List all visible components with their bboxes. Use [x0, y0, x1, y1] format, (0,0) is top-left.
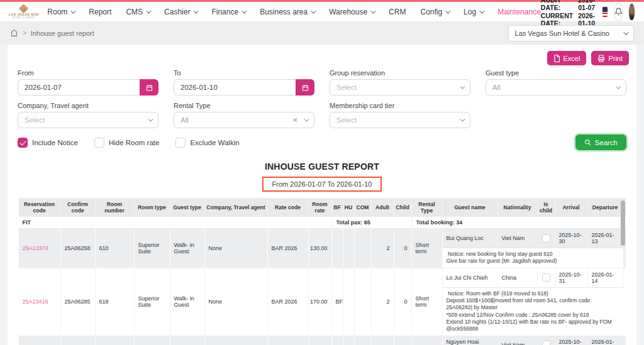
hotel-selector-value: Las Vegas Sun Hotel & Casino — [515, 30, 609, 37]
group-label: FIT — [19, 217, 332, 228]
checkbox-icon — [94, 138, 104, 148]
excel-file-icon — [553, 55, 560, 62]
chevron-down-icon — [460, 116, 465, 121]
chevron-down-icon — [304, 116, 309, 121]
search-button[interactable]: Search — [575, 134, 626, 150]
chevron-down-icon — [460, 84, 465, 89]
header-company-travel-agent: Company, Travel agent — [205, 198, 268, 217]
options-row: Include Notice Hide Room rate Exclude Wa… — [8, 128, 636, 150]
guest-type-select[interactable]: All — [486, 79, 626, 96]
reservation-code-link[interactable]: 25A13374 — [19, 229, 61, 268]
from-date-field: From — [18, 69, 158, 96]
menu-item-report[interactable]: Report — [89, 8, 111, 16]
chevron-down-icon — [616, 84, 621, 89]
menu-item-cms[interactable]: CMS — [126, 8, 150, 16]
rental-type-select[interactable]: All ✕ — [174, 112, 314, 128]
header-is-child: Is child — [538, 198, 555, 217]
rental-type-field: Rental Type All ✕ — [174, 102, 314, 128]
header-arrival: Arrival — [555, 198, 588, 217]
menu-item-finance[interactable]: Finance — [211, 8, 245, 16]
to-calendar-button[interactable] — [296, 79, 314, 96]
guest-notice: Notice: Room with BF (619 moved to 618) … — [443, 288, 623, 336]
report-card: Excel Print From To — [8, 45, 636, 345]
system-dates: AUDIT DATE: 2026-01-07 CURRENT DATE: 202… — [541, 0, 595, 27]
header-child: Child — [394, 198, 412, 217]
header-reservation-code: Reservation code — [19, 198, 61, 217]
reservation-code-link[interactable]: 25A13452 — [19, 336, 61, 345]
header-rate-code: Rate code — [268, 198, 309, 217]
checkbox-icon — [18, 138, 28, 148]
guest-notice: Notice: new booking for long stay guest … — [443, 248, 623, 268]
chevron-down-icon — [242, 8, 247, 13]
chevron-down-icon — [479, 8, 484, 13]
export-toolbar: Excel Print — [8, 51, 636, 65]
from-date-input[interactable] — [18, 79, 140, 96]
hide-room-rate-checkbox[interactable]: Hide Room rate — [94, 138, 160, 148]
header-guest-name: Guest name — [443, 198, 498, 217]
group-reservation-select[interactable]: Select — [330, 79, 470, 96]
to-date-field: To — [174, 69, 314, 96]
group-reservation-label: Group reservation — [330, 69, 470, 77]
report-table: Reservation code Confirm code Room numbe… — [19, 198, 626, 345]
include-notice-checkbox[interactable]: Include Notice — [18, 138, 78, 148]
menu-item-room[interactable]: Room — [47, 8, 74, 16]
header-nationality: Nationality — [498, 198, 538, 217]
is-child-checkbox[interactable] — [542, 341, 550, 345]
group-summary-row: FIT Total pax: 65 Total booking: 34 — [19, 217, 626, 229]
menu-item-warehouse[interactable]: Warehouse — [329, 8, 374, 16]
is-child-checkbox[interactable] — [542, 234, 550, 243]
home-icon[interactable] — [10, 29, 18, 37]
clear-icon[interactable]: ✕ — [292, 116, 298, 124]
table-header-row: Reservation code Confirm code Room numbe… — [19, 198, 626, 217]
total-booking: Total booking: 34 — [412, 217, 626, 228]
header-guest-type: Guest type — [170, 198, 205, 217]
menu-item-cashier[interactable]: Cashier — [164, 8, 197, 16]
excel-button[interactable]: Excel — [547, 51, 586, 65]
language-flag-icon[interactable] — [602, 7, 608, 17]
from-calendar-button[interactable] — [140, 79, 158, 96]
report-table-wrapper: Reservation code Confirm code Room numbe… — [8, 198, 636, 345]
menu-item-maintenance[interactable]: Maintenance — [497, 8, 541, 16]
hotel-selector[interactable]: Las Vegas Sun Hotel & Casino — [508, 25, 634, 41]
print-button[interactable]: Print — [591, 51, 629, 65]
guest-name: Nguyen Hoai Thuong — [443, 336, 498, 345]
user-avatar[interactable] — [628, 3, 635, 21]
guest-type-field: Guest type All — [486, 69, 626, 96]
menu-item-config[interactable]: Config — [420, 8, 449, 16]
total-pax: Total pax: 65 — [332, 217, 412, 228]
group-reservation-field: Group reservation Select — [330, 69, 470, 96]
company-travel-agent-select[interactable]: Select — [18, 112, 158, 128]
company-travel-agent-label: Company, Travel agent — [18, 102, 158, 109]
membership-card-tier-select[interactable]: Select — [330, 112, 470, 128]
printer-icon — [597, 55, 605, 62]
audit-date-label: AUDIT DATE: — [541, 0, 573, 11]
reservation-code-link[interactable]: 25A13416 — [19, 268, 61, 336]
audit-date-value: 2026-01-07 — [578, 0, 595, 11]
breadcrumb-separator: > — [23, 30, 26, 36]
calendar-icon — [302, 84, 309, 91]
guest-name: Bui Quang Loc — [443, 229, 498, 248]
chevron-down-icon — [311, 8, 316, 13]
header-departure: Departure — [588, 198, 623, 217]
menu-item-crm[interactable]: CRM — [389, 8, 406, 16]
notifications-button[interactable] — [614, 3, 623, 21]
rental-type-label: Rental Type — [174, 102, 314, 109]
exclude-walkin-checkbox[interactable]: Exclude Walkin — [175, 138, 239, 148]
bell-icon — [614, 8, 623, 16]
menu-item-log[interactable]: Log — [464, 8, 483, 16]
search-icon — [584, 139, 591, 146]
membership-card-tier-field: Membership card tier Select — [330, 102, 470, 128]
header-adult: Adult — [372, 198, 394, 217]
logo-subtitle: HOTEL & CASINO — [13, 16, 35, 19]
brand-logo[interactable]: LAS VEGAS SUN HOTEL & CASINO — [9, 5, 38, 19]
table-scrollbar-thumb[interactable] — [621, 200, 625, 246]
to-date-input[interactable] — [174, 79, 296, 96]
menu-item-business-area[interactable]: Business area — [260, 8, 314, 16]
header-room-rate: Room rate — [309, 198, 332, 217]
table-row: 25A13452 25A06305 422 Standard King Walk… — [19, 336, 626, 345]
chevron-down-icon — [445, 8, 450, 13]
is-child-checkbox[interactable] — [542, 273, 550, 282]
guest-type-label: Guest type — [486, 69, 626, 77]
calendar-icon — [146, 84, 153, 91]
chevron-down-icon — [370, 8, 375, 13]
